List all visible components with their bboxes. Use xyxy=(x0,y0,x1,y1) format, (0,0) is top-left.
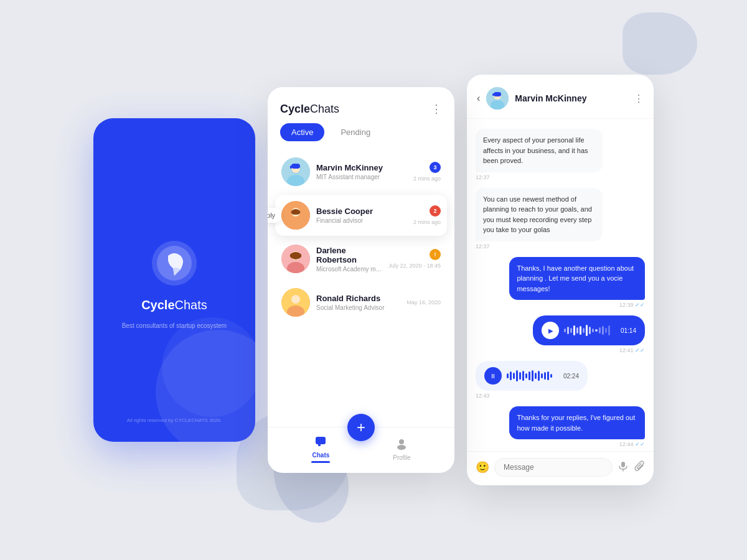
play-icon: ▶ xyxy=(548,327,553,334)
wave-bar xyxy=(547,371,549,380)
voice-bubble-sent: ▶ xyxy=(533,315,645,345)
chatlist-menu-icon[interactable]: ⋮ xyxy=(431,102,442,116)
svg-rect-26 xyxy=(621,462,625,467)
svg-rect-18 xyxy=(318,444,321,446)
bg-decoration-1 xyxy=(622,12,697,75)
wave-bar xyxy=(605,328,607,333)
chat-time-marvin: 2 mins ago xyxy=(413,175,441,182)
chat-preview-marvin: MIT Assistant manager xyxy=(316,174,407,180)
msg-tick-6: ✓✓ xyxy=(635,441,645,447)
avatar-darlene xyxy=(281,245,310,273)
chat-meta-bessie: 2 2 mins ago xyxy=(413,205,441,225)
svg-point-15 xyxy=(291,295,300,304)
wave-bar xyxy=(513,373,515,379)
wave-bar xyxy=(507,373,509,378)
chatlist-tabs: Active Pending xyxy=(268,123,454,151)
chat-preview-ronald: Social Marketing Advisor xyxy=(316,304,400,311)
splash-screen: CycleChats Best consultants of startup e… xyxy=(93,118,255,442)
wave-bar xyxy=(544,372,546,380)
msg-time-4: 12:41 ✓✓ xyxy=(533,347,645,353)
chatdetail-input-area: 🙂 xyxy=(467,451,654,485)
chat-item-ronald[interactable]: Ronald Richards Social Marketing Advisor… xyxy=(275,282,447,323)
message-5-voice: ⏸ xyxy=(476,361,588,399)
msg-time-2: 12:37 xyxy=(476,243,603,250)
msg-time-3: 12:39 ✓✓ xyxy=(509,302,645,308)
chatlist-footer: + Chats Profile xyxy=(268,427,454,473)
chatlist-screen: CycleChats ⋮ Active Pending xyxy=(268,87,454,473)
nav-profile-label: Profile xyxy=(393,454,410,461)
msg-bubble-6: Thanks for your replies, I've figured ou… xyxy=(509,406,645,439)
avatar-marvin xyxy=(281,157,310,186)
chat-info-darlene: Darlene Robertson Microsoft Academy ment… xyxy=(316,246,382,273)
wave-bar xyxy=(570,328,572,333)
chat-time-bessie: 2 mins ago xyxy=(413,219,441,225)
svg-rect-24 xyxy=(494,92,501,96)
splash-title: CycleChats xyxy=(141,298,207,312)
chat-badge-marvin: 3 xyxy=(430,162,441,173)
splash-circle-2 xyxy=(162,317,255,417)
tab-pending[interactable]: Pending xyxy=(329,123,382,141)
voice-duration-received: 02:24 xyxy=(563,373,579,380)
wave-bar xyxy=(583,328,585,333)
profile-icon xyxy=(395,437,408,453)
chat-badge-bessie: 2 xyxy=(430,205,441,217)
svg-rect-17 xyxy=(316,437,326,444)
wave-bar xyxy=(576,327,578,334)
voice-pause-button[interactable]: ⏸ xyxy=(484,367,502,385)
fab-button[interactable]: + xyxy=(347,414,375,441)
message-6: Thanks for your replies, I've figured ou… xyxy=(509,406,645,447)
voice-play-button[interactable]: ▶ xyxy=(542,322,559,339)
chatdetail-screen: ‹ Marvin McKinney ⋮ Every aspect of your… xyxy=(467,75,654,485)
svg-rect-7 xyxy=(290,166,292,169)
msg-time-1: 12:37 xyxy=(476,174,603,180)
message-input[interactable] xyxy=(494,458,613,477)
wave-bar xyxy=(589,327,591,334)
chatlist-header: CycleChats ⋮ xyxy=(268,87,454,123)
avatar-ronald xyxy=(281,288,310,317)
chatlist-title: CycleChats xyxy=(280,103,339,116)
chat-preview-bessie: Financial advisor xyxy=(316,217,407,224)
nav-profile[interactable]: Profile xyxy=(393,437,410,461)
chatlist-items: Marvin McKinney MIT Assistant manager 3 … xyxy=(268,151,454,427)
svg-rect-6 xyxy=(291,164,300,169)
emoji-button[interactable]: 🙂 xyxy=(476,460,489,474)
wave-bar xyxy=(580,326,581,335)
chat-item-darlene[interactable]: Darlene Robertson Microsoft Academy ment… xyxy=(275,238,447,279)
svg-rect-25 xyxy=(492,93,494,96)
reply-label: Reply xyxy=(268,208,281,223)
chat-item-bessie[interactable]: Reply Bessie Cooper Financial advisor 2 … xyxy=(275,195,447,236)
voice-bubble-received: ⏸ xyxy=(476,361,588,391)
nav-chats-label: Chats xyxy=(312,452,330,459)
svg-point-19 xyxy=(399,439,404,444)
back-button[interactable]: ‹ xyxy=(477,93,480,104)
chatdetail-header: ‹ Marvin McKinney ⋮ xyxy=(467,75,654,119)
tab-active[interactable]: Active xyxy=(280,123,324,141)
chat-info-bessie: Bessie Cooper Financial advisor xyxy=(316,207,407,224)
msg-bubble-2: You can use newest method of planning to… xyxy=(476,188,603,241)
screens-container: CycleChats Best consultants of startup e… xyxy=(93,75,654,485)
messages-area: Every aspect of your personal life affec… xyxy=(467,119,654,451)
msg-tick-4: ✓✓ xyxy=(635,347,645,353)
pause-icon: ⏸ xyxy=(490,373,496,380)
nav-chats[interactable]: Chats xyxy=(311,435,330,463)
chat-meta-ronald: May 16, 2020 xyxy=(406,299,441,306)
waveform-sent xyxy=(564,324,616,337)
wave-bar xyxy=(564,329,566,332)
microphone-button[interactable] xyxy=(618,460,629,474)
message-3: Thanks, I have another question about pl… xyxy=(509,257,645,309)
wave-bar xyxy=(602,326,604,335)
chatdetail-menu-icon[interactable]: ⋮ xyxy=(634,93,644,105)
chatdetail-avatar xyxy=(486,87,509,110)
chat-info-marvin: Marvin McKinney MIT Assistant manager xyxy=(316,163,407,180)
chatdetail-contact-name: Marvin McKinney xyxy=(515,93,627,103)
avatar-bessie xyxy=(281,201,310,230)
msg-time-5: 12:43 xyxy=(476,393,588,399)
wave-bar xyxy=(529,371,530,380)
msg-time-6: 12:44 ✓✓ xyxy=(509,441,645,447)
attach-button[interactable] xyxy=(634,460,645,474)
wave-bar xyxy=(573,325,575,335)
chat-item-marvin[interactable]: Marvin McKinney MIT Assistant manager 3 … xyxy=(275,151,447,192)
msg-tick-3: ✓✓ xyxy=(635,302,645,308)
nav-active-indicator xyxy=(311,461,330,463)
wave-bar xyxy=(510,371,512,380)
